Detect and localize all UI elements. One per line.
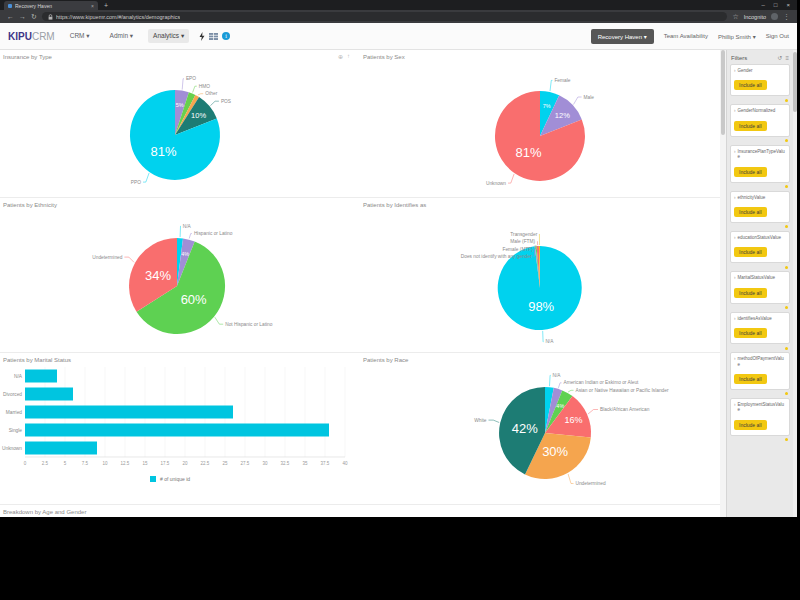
label-leader-line <box>558 383 561 388</box>
bar[interactable] <box>25 442 97 455</box>
browser-menu-icon[interactable]: ⋮ <box>783 10 790 23</box>
filter-indicator-dot <box>785 266 788 269</box>
expand-caret-icon[interactable]: › <box>734 275 736 280</box>
filter-card: ›GenderInclude all <box>730 64 790 96</box>
pie-percent-label: 4% <box>181 251 189 257</box>
filter-indicator-dot <box>785 139 788 142</box>
star-icon[interactable]: ☆ <box>732 10 738 23</box>
chart-title: Patients by Identifies as <box>363 202 426 208</box>
label-leader-line <box>550 80 552 91</box>
pie-percent-label: 81% <box>516 145 542 160</box>
label-leader-line <box>574 97 582 105</box>
pie-percent-label: 34% <box>145 268 171 283</box>
pie-category-label: PPO <box>131 180 141 185</box>
pie-category-label: Hispanic or Latino <box>194 231 233 236</box>
close-button[interactable]: × <box>786 2 790 8</box>
expand-caret-icon[interactable]: › <box>734 68 736 73</box>
charts-area: Insurance by Type⊕↑5%10%81%PPOEPOHMOOthe… <box>0 50 720 517</box>
pin-visual-icon[interactable]: ⊕ <box>338 53 343 60</box>
reload-icon[interactable]: ↻ <box>31 10 37 23</box>
filter-title: educationStatusValue <box>738 235 781 240</box>
expand-caret-icon[interactable]: › <box>734 316 736 321</box>
filter-status-row <box>727 390 793 398</box>
pie-category-label: Male <box>584 95 595 100</box>
expand-caret-icon[interactable]: › <box>734 235 736 240</box>
filter-indicator-dot <box>785 347 788 350</box>
menu-crm[interactable]: CRM ▾ <box>65 29 95 43</box>
expand-caret-icon[interactable]: › <box>734 108 736 113</box>
include-all-button[interactable]: Include all <box>734 374 767 384</box>
filter-indicator-dot <box>785 99 788 102</box>
filter-title: identifiesAsValue <box>738 316 772 321</box>
x-tick-label: 17.5 <box>161 461 170 466</box>
forward-icon[interactable]: → <box>19 10 26 23</box>
reset-filters-icon[interactable]: ↺ <box>777 54 782 61</box>
kipucrm-logo[interactable]: KIPUCRM <box>8 31 55 42</box>
expand-caret-icon[interactable]: › <box>734 356 736 367</box>
scrollbar-thumb[interactable] <box>721 50 725 135</box>
label-leader-line <box>537 242 538 246</box>
browser-tab[interactable]: Recovery Haven × <box>4 1 98 10</box>
legend-swatch <box>150 476 156 482</box>
chevron-down-icon: ▾ <box>644 34 647 40</box>
pie-percent-label: 5% <box>176 102 184 108</box>
pie-chart: 7%12%81%UnknownFemaleMale <box>360 50 720 198</box>
label-leader-line <box>182 79 184 90</box>
expand-caret-icon[interactable]: › <box>734 402 736 413</box>
pie-category-label: Unknown <box>486 181 506 186</box>
new-tab-button[interactable]: + <box>104 1 108 10</box>
dashboard-content: Insurance by Type⊕↑5%10%81%PPOEPOHMOOthe… <box>0 50 797 517</box>
filter-card: ›GenderNormalizedInclude all <box>730 104 790 136</box>
bar[interactable] <box>25 370 57 383</box>
menu-analytics[interactable]: Analytics ▾ <box>148 29 189 43</box>
include-all-button[interactable]: Include all <box>734 207 767 217</box>
filter-title: methodOfPaymentValue <box>738 356 787 367</box>
facility-selector-button[interactable]: Recovery Haven ▾ <box>591 29 654 44</box>
filter-card: ›EmploymentStatusValueInclude all <box>730 398 790 436</box>
label-leader-line <box>508 174 514 183</box>
pie-percent-label: 81% <box>151 144 177 159</box>
user-menu[interactable]: Phillip Smith ▾ <box>718 33 756 40</box>
menu-admin[interactable]: Admin ▾ <box>105 29 139 43</box>
pie-category-label: Other <box>205 91 217 96</box>
main-scrollbar[interactable] <box>720 50 726 517</box>
x-tick-label: 10 <box>102 461 108 466</box>
scrollbar-thumb[interactable] <box>793 52 797 112</box>
include-all-button[interactable]: Include all <box>734 80 767 90</box>
pie-category-label: Female <box>554 78 570 83</box>
include-all-button[interactable]: Include all <box>734 247 767 257</box>
chart-panel: Patients by Sex7%12%81%UnknownFemaleMale <box>360 50 720 198</box>
bar[interactable] <box>25 388 73 401</box>
chart-panel: Patients by Marital Status02.557.51012.5… <box>0 353 360 505</box>
url-box[interactable]: https://www.kipuemr.com/#/analytics/demo… <box>42 12 728 21</box>
filters-scrollbar[interactable] <box>793 50 797 517</box>
focus-mode-icon[interactable]: ↑ <box>347 53 350 60</box>
label-leader-line <box>550 375 551 386</box>
include-all-button[interactable]: Include all <box>734 167 767 177</box>
sign-out-link[interactable]: Sign Out <box>766 33 789 39</box>
filter-status-row <box>727 223 793 231</box>
expand-caret-icon[interactable]: › <box>734 149 736 160</box>
back-icon[interactable]: ← <box>7 10 14 23</box>
maximize-button[interactable]: □ <box>774 2 778 8</box>
info-icon[interactable]: i <box>222 32 230 40</box>
minimize-button[interactable]: – <box>762 2 765 8</box>
expand-caret-icon[interactable]: › <box>734 195 736 200</box>
bar[interactable] <box>25 424 329 437</box>
include-all-button[interactable]: Include all <box>734 288 767 298</box>
pie-percent-label: 98% <box>528 299 554 314</box>
label-leader-line <box>193 86 197 92</box>
bar-chart: 02.557.51012.51517.52022.52527.53032.535… <box>0 353 360 505</box>
collapse-filters-icon[interactable]: ≡ <box>785 55 789 61</box>
bar[interactable] <box>25 406 233 419</box>
lightning-icon[interactable] <box>199 32 205 41</box>
include-all-button[interactable]: Include all <box>734 420 767 430</box>
tab-close-icon[interactable]: × <box>91 3 94 9</box>
include-all-button[interactable]: Include all <box>734 121 767 131</box>
filters-panel: Filters ↺ ≡ ›GenderInclude all›GenderNor… <box>726 50 793 517</box>
include-all-button[interactable]: Include all <box>734 328 767 338</box>
profile-avatar[interactable] <box>771 13 778 20</box>
grid-icon[interactable] <box>209 33 218 40</box>
team-availability-link[interactable]: Team Availability <box>664 33 708 39</box>
x-tick-label: 22.5 <box>201 461 210 466</box>
